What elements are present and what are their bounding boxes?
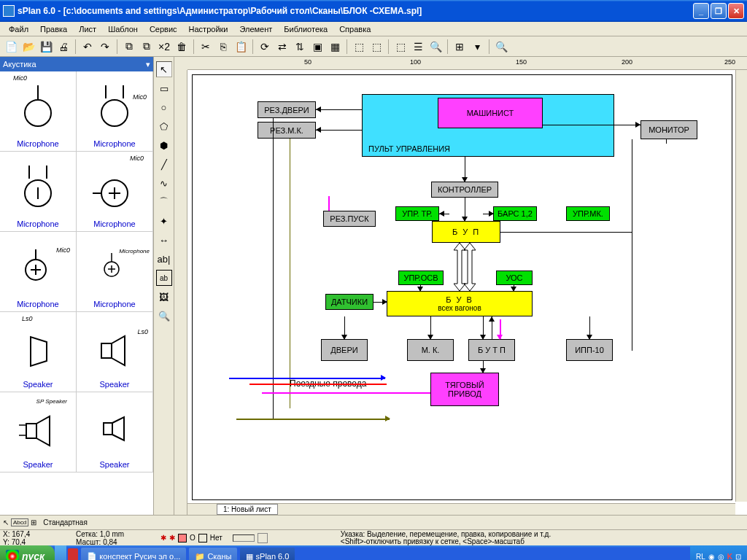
menu-file[interactable]: Файл xyxy=(3,23,34,35)
taskbar-item[interactable]: 📁 Сканы xyxy=(189,548,237,560)
snap-icon[interactable]: ✱ xyxy=(160,534,166,542)
tool-n-icon[interactable]: ⊞ xyxy=(31,518,36,526)
flip-h-icon[interactable]: ⇄ xyxy=(274,39,290,55)
block-rez-dveri[interactable]: РЕЗ.ДВЕРИ xyxy=(258,101,316,118)
start-button[interactable]: пуск xyxy=(0,545,55,560)
color-swatch[interactable] xyxy=(178,534,187,542)
fill-box[interactable] xyxy=(258,533,268,543)
system-tray[interactable]: RL ◉ ◎ K ⊡ xyxy=(690,545,747,560)
block-upr-mk[interactable]: УПР.МК. xyxy=(566,206,610,221)
taskbar-item-active[interactable]: ▦ sPlan 6.0 xyxy=(240,548,295,560)
bezier-tool-icon[interactable]: ⌒ xyxy=(156,194,172,210)
quicklaunch-icon[interactable] xyxy=(68,548,78,560)
flip-v-icon[interactable]: ⇅ xyxy=(292,39,308,55)
library-item[interactable]: Speaker xyxy=(77,392,153,472)
menu-sheet[interactable]: Лист xyxy=(73,23,102,35)
undo-icon[interactable]: ↶ xyxy=(80,39,96,55)
block-upr-tr[interactable]: УПР. ТР. xyxy=(395,206,439,221)
grid-icon[interactable]: ⊞ xyxy=(452,39,468,55)
block-uos[interactable]: УОС xyxy=(496,271,533,285)
tray-icon[interactable]: ◉ xyxy=(708,553,715,561)
block-butp[interactable]: Б У Т П xyxy=(468,339,515,361)
maximize-button[interactable]: ❐ xyxy=(711,3,727,19)
dimension-tool-icon[interactable]: ↔ xyxy=(156,232,172,248)
taskbar-item[interactable]: 📄 конспект Русич эл о... xyxy=(81,548,186,560)
print-icon[interactable]: 🖨 xyxy=(55,39,71,55)
library-item[interactable]: SP Speaker Speaker xyxy=(0,392,77,472)
cut-icon[interactable]: ✂ xyxy=(198,39,214,55)
menu-library[interactable]: Библиотека xyxy=(278,23,333,35)
tool-a-icon[interactable]: ⬚ xyxy=(392,39,409,55)
menu-settings[interactable]: Настройки xyxy=(183,23,234,35)
menu-service[interactable]: Сервис xyxy=(144,23,183,35)
fill-preview[interactable] xyxy=(233,534,255,542)
block-datchiki[interactable]: ДАТЧИКИ xyxy=(325,294,374,310)
zoom-tool-icon[interactable]: 🔍 xyxy=(156,308,172,324)
dropdown-icon[interactable]: ▾ xyxy=(469,39,485,55)
library-item[interactable]: Mic0 Microphone xyxy=(0,232,77,312)
curve-tool-icon[interactable]: ∿ xyxy=(156,175,172,191)
library-item[interactable]: Mic0 Microphone xyxy=(77,152,153,232)
close-button[interactable]: ✕ xyxy=(728,3,744,19)
block-tyagovy[interactable]: ТЯГОВЫЙПРИВОД xyxy=(430,373,499,406)
menu-edit[interactable]: Правка xyxy=(34,23,73,35)
redo-icon[interactable]: ↷ xyxy=(97,39,113,55)
paste-icon[interactable]: 📋 xyxy=(233,39,249,55)
tool-misc1-icon[interactable]: ▣ xyxy=(309,39,325,55)
save-icon[interactable]: 💾 xyxy=(38,39,54,55)
menu-help[interactable]: Справка xyxy=(333,23,376,35)
tray-icon[interactable]: ◎ xyxy=(718,553,724,561)
sheet-tabs[interactable]: 1: Новый лист xyxy=(187,503,735,515)
list-icon[interactable]: ☰ xyxy=(410,39,426,55)
sheet-tab[interactable]: 1: Новый лист xyxy=(217,504,278,515)
group-icon[interactable]: ⬚ xyxy=(351,39,367,55)
ungroup-icon[interactable]: ⬚ xyxy=(368,39,384,55)
library-item[interactable]: Ls0 Speaker xyxy=(0,312,77,392)
block-mashinist[interactable]: МАШИНИСТ xyxy=(438,98,543,128)
pointer-tool-icon[interactable]: ↖ xyxy=(156,61,172,77)
block-upr-osv[interactable]: УПР.ОСВ xyxy=(398,271,444,285)
library-item[interactable]: Microphone Microphone xyxy=(77,232,153,312)
lang-indicator[interactable]: RL xyxy=(696,553,705,561)
library-item[interactable]: Ls0 Speaker xyxy=(77,312,153,392)
library-item[interactable]: Mic0 Microphone xyxy=(77,71,153,152)
image-tool-icon[interactable]: 🖼 xyxy=(156,289,172,305)
tray-icon[interactable]: ⊡ xyxy=(735,553,741,561)
block-bup[interactable]: Б У П xyxy=(432,221,500,243)
block-mk[interactable]: М. К. xyxy=(407,339,454,361)
minimize-button[interactable]: _ xyxy=(693,3,709,19)
line-tool-icon[interactable]: ╱ xyxy=(156,156,172,172)
x2-icon[interactable]: ×2 xyxy=(156,39,172,55)
block-kontroller[interactable]: КОНТРОЛЛЕР xyxy=(431,182,498,198)
new-icon[interactable]: 📄 xyxy=(3,39,19,55)
block-ipp[interactable]: ИПП-10 xyxy=(566,339,613,361)
tool-k-icon[interactable]: ↖ xyxy=(3,518,9,526)
rect-tool-icon[interactable]: ▭ xyxy=(156,80,172,96)
tool-misc2-icon[interactable]: ▦ xyxy=(327,39,343,55)
block-monitor[interactable]: МОНИТОР xyxy=(640,120,697,139)
library-item[interactable]: Mic0 Microphone xyxy=(0,71,77,152)
block-bars[interactable]: БАРС 1,2 xyxy=(493,206,537,221)
menu-template[interactable]: Шаблон xyxy=(102,23,144,35)
rotate-icon[interactable]: ⟳ xyxy=(257,39,273,55)
shape-tool-icon[interactable]: ⬠ xyxy=(156,118,172,134)
block-dveri[interactable]: ДВЕРИ xyxy=(321,339,368,361)
color-swatch-2[interactable] xyxy=(198,534,207,542)
snap2-icon[interactable]: ✱ xyxy=(169,534,175,542)
drawing-canvas[interactable]: ПУЛЬТ УПРАВЛЕНИЯ МАШИНИСТ МОНИТОР РЕЗ.ДВ… xyxy=(187,70,747,515)
block-rez-pusk[interactable]: РЕЗ.ПУСК xyxy=(323,211,376,227)
delete-icon[interactable]: 🗑 xyxy=(174,39,190,55)
menu-element[interactable]: Элемент xyxy=(233,23,278,35)
copy-icon[interactable]: ⎘ xyxy=(215,39,231,55)
block-buv[interactable]: Б У В всех вагонов xyxy=(387,291,533,316)
node-tool-icon[interactable]: ✦ xyxy=(156,213,172,229)
text-tool-icon[interactable]: ab| xyxy=(156,251,172,267)
label-tool-icon[interactable]: ab xyxy=(156,270,172,286)
duplicate2-icon[interactable]: ⧉ xyxy=(139,39,155,55)
circle-tool-icon[interactable]: ○ xyxy=(156,99,172,115)
library-item[interactable]: Microphone xyxy=(0,152,77,232)
tool-m-icon[interactable]: Abcd xyxy=(11,518,28,526)
open-icon[interactable]: 📂 xyxy=(20,39,36,55)
block-rez-mk[interactable]: РЕЗ.М.К. xyxy=(258,122,316,139)
polygon-tool-icon[interactable]: ⬢ xyxy=(156,137,172,153)
